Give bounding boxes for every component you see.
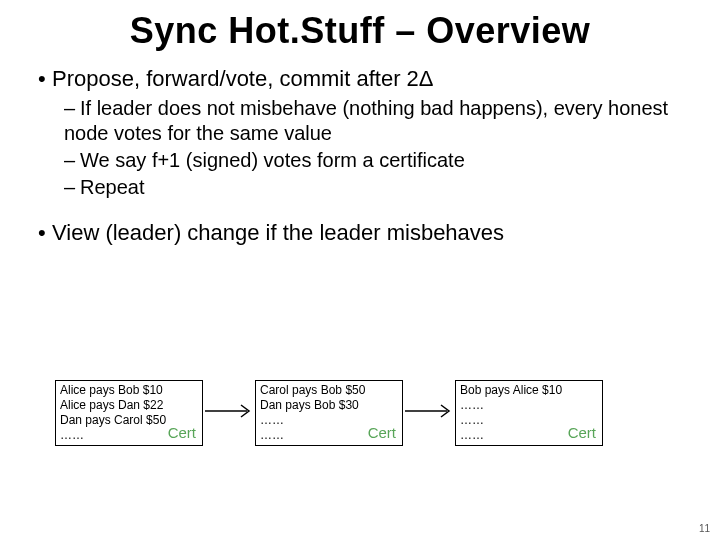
bullet-text: We say f+1 (signed) votes form a certifi… [80, 149, 465, 171]
tx-line: Carol pays Bob $50 [260, 383, 398, 398]
tx-line: Alice pays Bob $10 [60, 383, 198, 398]
cert-label: Cert [568, 424, 596, 443]
slide-title: Sync Hot.Stuff – Overview [32, 10, 688, 52]
bullet-level2-cert: –We say f+1 (signed) votes form a certif… [64, 148, 688, 173]
bullet-dash: – [64, 175, 80, 200]
arrow-icon [403, 380, 455, 442]
cert-label: Cert [168, 424, 196, 443]
block-2: Carol pays Bob $50 Dan pays Bob $30 …… …… [255, 380, 403, 446]
block-1: Alice pays Bob $10 Alice pays Dan $22 Da… [55, 380, 203, 446]
tx-line: Bob pays Alice $10 [460, 383, 598, 398]
blockchain-diagram: Alice pays Bob $10 Alice pays Dan $22 Da… [55, 380, 603, 446]
tx-line: Dan pays Bob $30 [260, 398, 398, 413]
arrow-icon [203, 380, 255, 442]
bullet-dash: – [64, 96, 80, 121]
bullet-text: Propose, forward/vote, commit after 2Δ [52, 66, 434, 91]
block-3: Bob pays Alice $10 …… …… …… Cert [455, 380, 603, 446]
tx-line: Alice pays Dan $22 [60, 398, 198, 413]
spacer [32, 202, 688, 216]
bullet-text: View (leader) change if the leader misbe… [52, 220, 504, 245]
bullet-dash: – [64, 148, 80, 173]
page-number: 11 [699, 523, 710, 534]
bullet-level2-honest: –If leader does not misbehave (nothing b… [64, 96, 688, 146]
slide: Sync Hot.Stuff – Overview •Propose, forw… [0, 0, 720, 540]
bullet-level1-viewchange: •View (leader) change if the leader misb… [32, 220, 688, 246]
tx-line: …… [460, 398, 598, 413]
bullet-dot: • [38, 220, 52, 246]
bullet-level1-propose: •Propose, forward/vote, commit after 2Δ [32, 66, 688, 92]
bullet-text: Repeat [80, 176, 145, 198]
bullet-dot: • [38, 66, 52, 92]
bullet-level2-repeat: –Repeat [64, 175, 688, 200]
bullet-text: If leader does not misbehave (nothing ba… [64, 97, 668, 144]
cert-label: Cert [368, 424, 396, 443]
